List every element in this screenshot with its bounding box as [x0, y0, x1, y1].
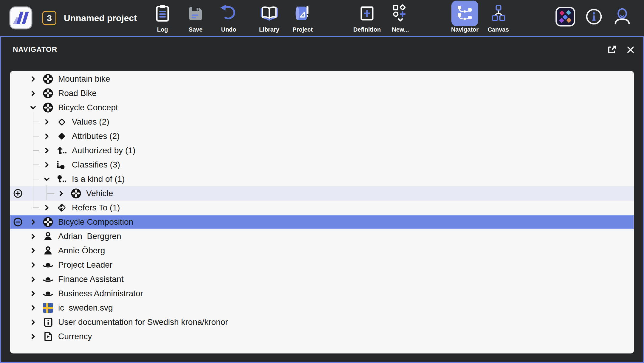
concept-icon	[42, 216, 54, 228]
chevron-right-icon[interactable]	[43, 204, 51, 212]
tree-connector-tick	[33, 136, 39, 136]
tree-row-label: Refers To (1)	[72, 203, 120, 212]
close-icon	[626, 45, 635, 55]
circle-plus-icon	[13, 189, 23, 198]
chevron-right-icon[interactable]	[29, 261, 37, 269]
tree-row-label: Project Leader	[58, 260, 112, 270]
person-icon	[42, 245, 54, 256]
tree-row[interactable]: Vehicle	[10, 186, 634, 201]
tree-row[interactable]: Values (2)	[10, 115, 634, 129]
chevron-right-icon[interactable]	[29, 290, 37, 297]
info-button[interactable]	[585, 8, 603, 25]
toolbar-button-project[interactable]: Project	[283, 1, 322, 36]
canvas-icon	[485, 1, 512, 26]
tree-row-label: Business Administrator	[58, 289, 143, 298]
concept-icon	[42, 73, 54, 85]
tree-connector-tick	[33, 150, 39, 151]
info-icon	[585, 8, 603, 25]
chevron-right-icon[interactable]	[43, 132, 51, 140]
close-panel-button[interactable]	[625, 44, 637, 56]
tree-row-label: Classifies (3)	[72, 160, 120, 170]
tree-row[interactable]: Is a kind of (1)	[10, 172, 634, 186]
concept-icon	[42, 102, 54, 113]
tree-row[interactable]: Classifies (3)	[10, 158, 634, 172]
project-count-badge: 3	[42, 11, 56, 25]
navigator-panel: NAVIGATOR Mountain bikeRoad BikeBicycle …	[0, 36, 644, 363]
chevron-right-icon[interactable]	[43, 147, 51, 154]
undo-icon	[215, 1, 242, 26]
toolbar-button-label: Library	[259, 26, 279, 33]
chevron-right-icon[interactable]	[57, 190, 65, 197]
chevron-right-icon[interactable]	[29, 318, 37, 326]
toolbar-button-new[interactable]: New...	[381, 1, 420, 36]
open-in-new-icon	[607, 45, 617, 55]
chevron-right-icon[interactable]	[29, 218, 37, 226]
panel-title: NAVIGATOR	[13, 45, 57, 54]
app-logo-icon[interactable]	[9, 6, 33, 30]
tree-connector-line	[33, 112, 33, 208]
tree-row-label: Annie Öberg	[58, 246, 105, 255]
navigator-tree: Mountain bikeRoad BikeBicycle ConceptVal…	[10, 71, 634, 353]
classifies-icon	[56, 159, 67, 170]
tree-connector-tick	[33, 122, 39, 122]
role-hat-icon	[42, 274, 54, 285]
toolbar-button-label: Log	[157, 26, 168, 33]
toolbar-button-undo[interactable]: Undo	[209, 1, 248, 36]
authorized-by-icon	[56, 145, 67, 156]
tree-row-label: Finance Assistant	[58, 274, 123, 284]
add-button[interactable]	[13, 189, 23, 198]
app-window: 3 Unnamed project LogSaveUndoLibraryProj…	[0, 0, 644, 363]
tree-row-label: ic_sweden.svg	[58, 303, 113, 313]
toolbar-button-definition[interactable]: Definition	[348, 1, 386, 36]
tree-row[interactable]: Refers To (1)	[10, 201, 634, 215]
tree-connector-tick	[47, 193, 54, 194]
chevron-right-icon[interactable]	[43, 161, 51, 169]
toolbar-button-label: Save	[189, 26, 203, 33]
remove-button[interactable]	[13, 217, 23, 227]
open-in-new-window-button[interactable]	[606, 44, 618, 56]
refers-to-icon	[56, 202, 67, 213]
toolbar-button-label: Project	[292, 26, 313, 33]
chevron-down-icon[interactable]	[43, 175, 51, 183]
chevron-right-icon[interactable]	[43, 118, 51, 126]
tree-row-label: User documentation for Swedish krona/kro…	[58, 317, 228, 327]
chevron-right-icon[interactable]	[29, 304, 37, 312]
tree-row[interactable]: ic_sweden.svg	[10, 301, 634, 315]
tree-row[interactable]: Project Leader	[10, 258, 634, 272]
circle-minus-icon	[13, 217, 23, 227]
tree-row[interactable]: Attributes (2)	[10, 129, 634, 143]
profile-icon	[613, 7, 632, 26]
chevron-right-icon[interactable]	[29, 247, 37, 255]
app-grid-icon	[555, 7, 575, 27]
tree-row-label: Values (2)	[72, 117, 109, 127]
toolbar-button-label: New...	[392, 26, 409, 33]
tree-row[interactable]: Adrian Berggren	[10, 229, 634, 243]
chevron-right-icon[interactable]	[29, 275, 37, 283]
top-toolbar: 3 Unnamed project LogSaveUndoLibraryProj…	[0, 0, 644, 36]
app-grid-button[interactable]	[555, 7, 575, 27]
tree-row[interactable]: Bicycle Concept	[10, 100, 634, 115]
toolbar-button-navigator[interactable]: Navigator	[445, 1, 484, 36]
tree-row[interactable]: Currency	[10, 329, 634, 344]
chevron-right-icon[interactable]	[29, 75, 37, 83]
chevron-right-icon[interactable]	[29, 232, 37, 240]
tree-row[interactable]: Annie Öberg	[10, 243, 634, 258]
chevron-right-icon[interactable]	[29, 89, 37, 97]
chevron-down-icon[interactable]	[29, 104, 37, 111]
tree-row[interactable]: Bicycle Composition	[10, 215, 634, 229]
tree-row-label: Is a kind of (1)	[72, 174, 125, 184]
tree-row[interactable]: User documentation for Swedish krona/kro…	[10, 315, 634, 329]
toolbar-button-canvas[interactable]: Canvas	[479, 1, 518, 36]
tree-row[interactable]: Road Bike	[10, 86, 634, 100]
tree-row[interactable]: Mountain bike	[10, 72, 634, 86]
profile-button[interactable]	[613, 7, 632, 26]
tree-row[interactable]: Business Administrator	[10, 286, 634, 301]
chevron-right-icon[interactable]	[29, 333, 37, 340]
toolbar-button-library[interactable]: Library	[250, 1, 289, 36]
tree-row-label: Attributes (2)	[72, 131, 120, 141]
tree-row[interactable]: Finance Assistant	[10, 272, 634, 286]
project-title: Unnamed project	[64, 0, 137, 36]
tree-row[interactable]: Authorized by (1)	[10, 143, 634, 158]
tree-row-label: Authorized by (1)	[72, 146, 135, 155]
tree-row-label: Currency	[58, 332, 92, 341]
